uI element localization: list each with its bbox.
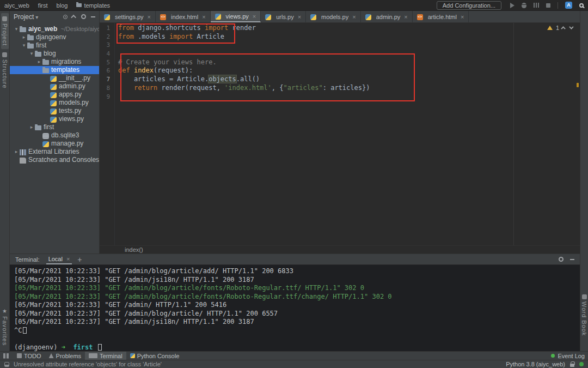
tab-admin-py[interactable]: admin.py	[361, 11, 413, 22]
tree-item-templates[interactable]: templates	[10, 66, 99, 74]
stripe-tab-project[interactable]: Project	[1, 13, 9, 49]
tree-item-apps-py[interactable]: apps.py	[10, 91, 99, 99]
code-line-7[interactable]: articles = Article.objects.all()	[118, 75, 580, 84]
gear-icon[interactable]	[81, 14, 86, 19]
hide-panel-icon[interactable]	[91, 16, 95, 17]
tree-item-views-py[interactable]: views.py	[10, 115, 99, 123]
close-icon[interactable]	[202, 14, 205, 20]
tool-button-terminal[interactable]: Terminal	[85, 352, 126, 360]
event-log-button[interactable]: Event Log	[551, 353, 585, 359]
debug-icon[interactable]	[522, 3, 526, 8]
breadcrumb-item-blog[interactable]: blog	[57, 2, 68, 9]
collapse-all-icon[interactable]	[71, 15, 76, 20]
terminal-output[interactable]: [05/Mar/2021 10:22:33] "GET /admin/blog/…	[10, 265, 580, 351]
stripe-label: Project	[2, 23, 8, 46]
breadcrumb-label: templates	[84, 2, 110, 9]
breadcrumb-item-aiyc-web[interactable]: aiyc_web	[4, 2, 29, 9]
close-icon[interactable]	[461, 14, 464, 20]
profiler-icon[interactable]	[534, 3, 539, 8]
stripe-tab-structure[interactable]: Structure	[1, 49, 9, 92]
previous-warning-icon[interactable]	[561, 26, 565, 31]
tree-item-external-libraries[interactable]: ▸External Libraries	[10, 148, 99, 156]
status-green-icon[interactable]	[579, 362, 584, 366]
chevron-down-icon[interactable]	[35, 13, 38, 21]
tree-item-aiyc-web[interactable]: ▾aiyc_web~/Desktop/aiyc_we	[10, 25, 99, 33]
tab-settings-py[interactable]: settings.py	[100, 11, 156, 22]
code-line-3[interactable]	[118, 41, 580, 50]
chevron-right-icon[interactable]: ▸	[21, 33, 27, 41]
tree-item-models-py[interactable]: models.py	[10, 99, 99, 107]
terminal-prompt[interactable]: (djangoenv) ➜ first	[14, 343, 575, 352]
toggle-toolwindows-icon[interactable]	[4, 362, 9, 367]
stripe-tab-favorites[interactable]: ★Favorites	[1, 305, 9, 349]
terminal-settings-icon[interactable]	[559, 257, 564, 262]
tab-article-html[interactable]: article.html	[413, 11, 469, 22]
breadcrumb-item-templates[interactable]: templates	[76, 2, 110, 9]
scrollbar-warning-mark[interactable]	[577, 83, 579, 87]
folder-icon	[20, 27, 26, 32]
tree-item-db-sqlite3[interactable]: db.sqlite3	[10, 131, 99, 140]
code-line-2[interactable]: from .models import Article	[118, 33, 580, 41]
chevron-right-icon[interactable]: ▸	[28, 123, 35, 131]
tab-models-py[interactable]: models.py	[306, 11, 361, 22]
close-icon[interactable]	[66, 256, 70, 262]
hide-terminal-icon[interactable]	[570, 259, 574, 260]
interpreter-selector[interactable]: Python 3.8 (aiyc_web)	[506, 361, 565, 367]
translate-icon[interactable]	[565, 2, 572, 9]
code-line-6[interactable]: def index(request):	[118, 67, 580, 75]
tool-button-python-console[interactable]: Python Console	[126, 352, 183, 360]
run-icon[interactable]	[510, 3, 514, 8]
tree-item-tests-py[interactable]: tests.py	[10, 107, 99, 115]
close-icon[interactable]	[298, 14, 301, 20]
close-icon[interactable]	[352, 14, 356, 20]
tree-item-blog[interactable]: ▾blog	[10, 50, 99, 58]
chevron-down-icon[interactable]: ▾	[13, 25, 20, 33]
code-line-5[interactable]: # Create your views here.	[118, 58, 580, 67]
close-icon[interactable]	[148, 14, 151, 20]
tool-window-switcher-icon[interactable]	[3, 353, 9, 359]
folder-icon	[27, 35, 34, 40]
code-line-1[interactable]: from django.shortcuts import render	[118, 24, 580, 33]
lock-icon[interactable]	[570, 364, 574, 367]
new-terminal-session-icon[interactable]	[77, 255, 82, 264]
code-area[interactable]: from django.shortcuts import renderfrom …	[115, 23, 580, 245]
tree-item-manage-py[interactable]: manage.py	[10, 140, 99, 148]
tree-label: __init__.py	[59, 74, 90, 82]
tree-item-scratches-and-consoles[interactable]: Scratches and Consoles	[10, 156, 99, 164]
chevron-down-icon[interactable]: ▾	[28, 50, 35, 58]
locate-file-icon[interactable]	[63, 15, 68, 19]
terminal-tab-label: Local	[48, 256, 63, 262]
tree-item-first[interactable]: ▾first	[10, 41, 99, 50]
code-line-9[interactable]	[118, 93, 580, 101]
chevron-down-icon[interactable]: ▾	[21, 41, 27, 50]
stop-icon[interactable]	[546, 3, 550, 8]
breadcrumb-item-first[interactable]: first	[38, 2, 48, 9]
project-panel-title[interactable]: Project	[14, 13, 34, 21]
tab-urls-py[interactable]: urls.py	[261, 11, 306, 22]
tool-button-problems[interactable]: Problems	[45, 352, 85, 360]
terminal-tab-local[interactable]: Local	[46, 254, 72, 264]
code-line-4[interactable]	[118, 50, 580, 58]
tree-item-first[interactable]: ▸first	[10, 123, 99, 131]
add-configuration-button[interactable]: Add Configuration...	[437, 1, 501, 10]
terminal-line: [05/Mar/2021 10:22:33] "GET /admin/ HTTP…	[14, 301, 575, 310]
close-icon[interactable]	[404, 14, 407, 20]
tree-item-djangoenv[interactable]: ▸djangoenv	[10, 33, 99, 41]
code-line-8[interactable]: return render(request, 'index.html', {"a…	[118, 84, 580, 93]
tool-button-todo[interactable]: TODO	[13, 352, 45, 360]
tab-views-py[interactable]: views.py	[211, 11, 261, 22]
tab-index-html[interactable]: index.html	[156, 11, 211, 22]
folder-icon	[35, 125, 41, 130]
chevron-right-icon[interactable]: ▸	[13, 148, 20, 156]
breadcrumb-function[interactable]: index()	[125, 246, 143, 253]
close-icon[interactable]	[253, 13, 256, 20]
tree-item-admin-py[interactable]: admin.py	[10, 82, 99, 91]
search-everywhere-icon[interactable]	[579, 3, 584, 8]
chevron-right-icon[interactable]: ▸	[36, 58, 42, 66]
editor[interactable]: 123456789 from django.shortcuts import r…	[100, 23, 580, 245]
tree-item-init-py[interactable]: __init__.py	[10, 74, 99, 82]
tree-label: External Libraries	[28, 148, 79, 156]
tree-item-migrations[interactable]: ▸migrations	[10, 58, 99, 66]
terminal-cursor	[23, 327, 27, 334]
stripe-tab-word-book[interactable]: Word Book	[580, 291, 588, 339]
